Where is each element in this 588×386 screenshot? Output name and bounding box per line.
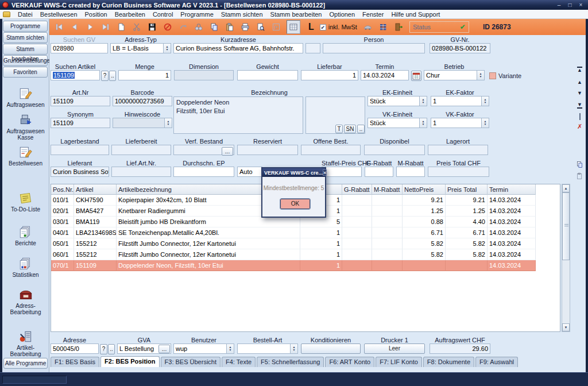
table-scrollbar[interactable]: ▲ ▼ — [562, 184, 570, 332]
exit-icon[interactable] — [394, 22, 404, 32]
artikel-more-button[interactable]: .. — [109, 71, 116, 81]
artikel-help-button[interactable]: ? — [101, 71, 109, 81]
status-field[interactable]: Status ✔ — [409, 21, 469, 33]
dialog-titlebar[interactable]: VERKAUF WWS-C cre... × — [262, 168, 325, 177]
tab-f5-schnellerfassung[interactable]: F5: Schnellerfassung — [257, 357, 324, 367]
tab-f3-bes-uebersicht[interactable]: F3: BES Übersicht — [161, 357, 220, 367]
search-icon[interactable] — [194, 22, 203, 32]
spinner-buttons[interactable]: ▲▼ — [481, 96, 489, 106]
sidebar-item-berichte[interactable]: Berichte — [3, 225, 48, 246]
serial-number-button[interactable]: SN — [344, 125, 356, 133]
sidebar-nav-programme[interactable]: Programme — [3, 21, 48, 32]
sidebar-nav-favoriten[interactable]: Favoriten — [3, 67, 48, 78]
sidebar-nav-grundeinstellungen[interactable]: Grundeinstellungen — [3, 55, 48, 66]
dropdown-spinner[interactable]: ▲▼ — [164, 118, 172, 128]
dialog-close-icon[interactable]: × — [323, 169, 327, 176]
maximize-icon[interactable]: □ — [566, 2, 574, 8]
scrollbar-thumb[interactable] — [562, 192, 570, 260]
scroll-first-icon[interactable]: ▲ — [575, 66, 584, 75]
dropdown-spinner[interactable]: ▲▼ — [163, 44, 171, 53]
drucker-button[interactable]: Leer — [364, 343, 425, 354]
cut-icon[interactable] — [131, 22, 141, 32]
cancel-icon[interactable] — [163, 22, 172, 32]
dropdown-spinner[interactable]: ▲▼ — [419, 96, 427, 106]
dropdown-spinner[interactable]: ▲▼ — [226, 344, 234, 353]
tab-f6-art-konto[interactable]: F6: ART Konto — [325, 357, 374, 367]
gva-more-button[interactable]: ... — [158, 345, 170, 353]
mwst-checkbox[interactable]: ✔ — [320, 24, 326, 30]
variante-checkbox[interactable] — [489, 72, 496, 79]
new-position-icon[interactable] — [575, 113, 584, 121]
table-row-selected[interactable]: 070/1151109Doppelender Neon, Filzstift, … — [51, 260, 560, 271]
mwst-option[interactable]: ✔ inkl. MwSt — [320, 24, 357, 30]
table-row[interactable]: 030/1BMA119Bleistift jumbo HB Dreikantfo… — [51, 217, 560, 227]
dropdown-spinner[interactable]: ▲▼ — [419, 118, 427, 128]
menu-datei[interactable]: Datei — [18, 11, 33, 18]
record-next-icon[interactable] — [85, 22, 95, 32]
close-icon[interactable]: × — [577, 2, 585, 8]
save-icon[interactable] — [147, 22, 157, 32]
menu-programme[interactable]: Programme — [180, 11, 213, 18]
tab-f9-auswahl[interactable]: F9: Auswahl — [475, 357, 518, 367]
sidebar-item-bestellwesen[interactable]: Bestellwesen — [3, 145, 48, 167]
all-programs-button[interactable]: Alle Programme — [3, 358, 48, 369]
new-document-icon[interactable] — [116, 22, 126, 32]
dropdown-spinner[interactable]: ▲▼ — [290, 344, 297, 353]
paste-icon[interactable] — [225, 22, 234, 32]
menu-optionen[interactable]: Optionen — [329, 11, 355, 18]
record-prev-icon[interactable] — [69, 22, 79, 32]
menu-stamm-bearbeiten[interactable]: Stamm bearbeiten — [270, 11, 322, 18]
tiles-icon[interactable] — [378, 22, 388, 32]
calendar-button[interactable] — [411, 71, 421, 81]
adresse-more-button[interactable]: .. — [108, 344, 115, 354]
tab-f1-bes-basis[interactable]: F1: BES Basis — [51, 357, 99, 367]
menu-position[interactable]: Position — [85, 11, 107, 18]
phone-icon[interactable] — [363, 22, 373, 32]
print-icon[interactable] — [240, 22, 250, 32]
sidebar-item-auftragswesen-kasse[interactable]: Auftragswesen Kasse — [3, 113, 48, 141]
sidebar-item-artikel-bearbeitung[interactable]: Artikel-Bearbeitung — [3, 329, 48, 357]
sidebar-item-todo-liste[interactable]: To-Do-Liste — [3, 191, 48, 213]
spinner-buttons[interactable]: ▲▼ — [481, 118, 489, 128]
scroll-last-icon[interactable]: ▼ — [575, 101, 584, 109]
grid-view-button[interactable] — [287, 20, 300, 34]
tab-f8-dokumente[interactable]: F8: Dokumente — [423, 357, 474, 367]
menu-bestellwesen[interactable]: Bestellwesen — [40, 11, 78, 18]
sidebar-nav-stamm-bearbeiten[interactable]: Stamm bearbeiten — [3, 44, 48, 55]
dialog-ok-button[interactable]: OK — [280, 199, 310, 209]
text-button[interactable]: T — [335, 125, 343, 133]
record-first-icon[interactable] — [54, 22, 64, 32]
scroll-up-icon[interactable]: ▲ — [575, 78, 584, 87]
menu-control[interactable]: Control — [153, 11, 173, 18]
bezeichnung-more-button[interactable]: .. — [357, 125, 365, 133]
scrollbar-up-icon[interactable]: ▲ — [562, 184, 570, 192]
tab-f7-lif-konto[interactable]: F7: LIF Konto — [376, 357, 422, 367]
sidebar-item-adress-bearbeitung[interactable]: Adress-Bearbeitung — [3, 287, 48, 315]
dropdown-spinner[interactable]: ▲▼ — [477, 71, 484, 80]
menu-stamm-sichten[interactable]: Stamm sichten — [221, 11, 263, 18]
record-last-icon[interactable] — [100, 22, 110, 32]
sidebar-item-auftragswesen[interactable]: Auftragswesen — [3, 86, 48, 108]
menu-fenster[interactable]: Fenster — [362, 11, 384, 18]
bezeichnung-box[interactable]: Doppelender Neon Filzstift, 10er Etui — [173, 96, 303, 134]
redo-icon[interactable] — [178, 22, 188, 32]
adresse-help-button[interactable]: ? — [100, 344, 107, 354]
tab-f4-texte[interactable]: F4: Texte — [222, 357, 256, 367]
table-row[interactable]: 060/1155212Filzstift Jumbo Connector, 12… — [51, 249, 560, 260]
menu-hilfe[interactable]: Hilfe und Support — [391, 11, 440, 18]
sidebar-item-statistiken[interactable]: Statistiken — [3, 256, 48, 278]
print-preview-icon[interactable] — [256, 22, 265, 32]
tab-f2-bes-position[interactable]: F2: BES Position — [100, 356, 160, 367]
menu-bearbeiten[interactable]: Bearbeiten — [115, 11, 145, 18]
scrollbar-down-icon[interactable]: ▼ — [562, 323, 570, 331]
copy-position-icon[interactable] — [575, 161, 584, 169]
verf-bestand-more-button[interactable]: ... — [222, 147, 233, 156]
table-row[interactable]: 040/1LBA2134698SESE Tonzeichenpap.Metall… — [51, 227, 560, 238]
table-row[interactable]: 050/1155212Filzstift Jumbo Connector, 12… — [51, 238, 560, 249]
copy-icon[interactable] — [209, 22, 219, 32]
delete-position-icon[interactable]: ✗ — [575, 122, 584, 131]
paste-position-icon[interactable] — [575, 172, 584, 181]
minimize-icon[interactable]: – — [555, 2, 563, 8]
konditionieren-button[interactable] — [301, 343, 361, 354]
scroll-down-icon[interactable]: ▼ — [575, 89, 584, 98]
